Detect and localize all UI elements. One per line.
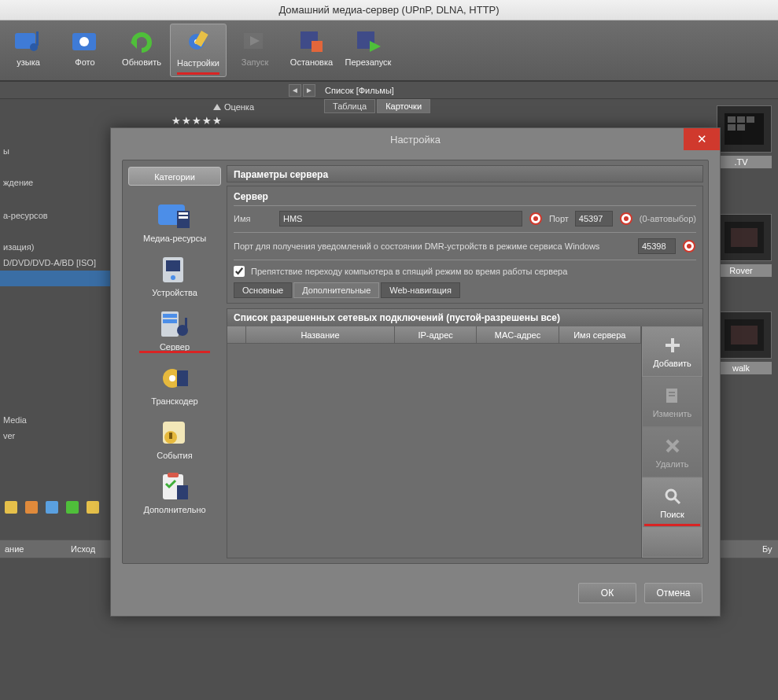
tree-row-selected[interactable] <box>0 271 110 286</box>
categories-column: Категории Медиа-ресурсы Устройства Серве… <box>123 160 227 563</box>
folder-icon[interactable] <box>87 501 99 514</box>
tab-additional[interactable]: Дополнительные <box>293 282 379 298</box>
nav-next[interactable]: ► <box>303 84 315 97</box>
start-button: Запуск <box>227 24 283 77</box>
category-devices[interactable]: Устройства <box>131 254 218 297</box>
category-events[interactable]: События <box>131 417 218 460</box>
help-icon[interactable] <box>682 239 696 253</box>
nav-prev[interactable]: ◄ <box>289 84 301 97</box>
photo-button[interactable]: Фото <box>57 24 113 77</box>
server-panel: Сервер Имя Порт (0-автовыбор) Порт для п… <box>227 186 703 304</box>
left-tree-partial: ы ждение а-ресурсов изация) D/DVD/DVD-A/… <box>0 99 110 700</box>
status-label: Бу <box>762 544 778 554</box>
search-label: Поиск <box>660 510 684 519</box>
help-icon[interactable] <box>619 212 633 226</box>
svg-rect-44 <box>168 473 179 477</box>
category-server[interactable]: Сервер <box>131 308 218 352</box>
category-extra[interactable]: Дополнительно <box>131 471 218 514</box>
svg-rect-18 <box>747 116 754 123</box>
close-button[interactable]: ✕ <box>684 128 720 150</box>
gear-icon <box>182 27 215 57</box>
tree-row[interactable]: ы <box>0 143 110 159</box>
stop-label: Остановка <box>290 57 333 67</box>
stop-button[interactable]: Остановка <box>283 24 340 77</box>
add-button[interactable]: Добавить <box>642 326 702 377</box>
restart-button[interactable]: Перезапуск <box>340 24 396 77</box>
svg-rect-20 <box>737 124 745 131</box>
col-handle[interactable] <box>227 326 246 344</box>
settings-button[interactable]: Настройки <box>170 24 227 77</box>
tab-cards[interactable]: Карточки <box>377 99 430 113</box>
help-icon[interactable] <box>529 212 543 226</box>
svg-rect-45 <box>177 485 188 499</box>
tree-row[interactable]: а-ресурсов <box>0 208 110 223</box>
dmr-port-input[interactable] <box>638 238 676 254</box>
secondary-strip: ◄ ► Список [Фильмы] <box>0 82 778 99</box>
svg-rect-42 <box>169 433 172 439</box>
svg-rect-22 <box>731 228 758 247</box>
server-section-head: Сервер <box>234 191 696 206</box>
tree-row[interactable]: изация) <box>0 239 110 255</box>
folder-icon[interactable] <box>66 501 79 514</box>
tree-row[interactable]: ver <box>0 428 110 444</box>
connections-table: Название IP-адрес MAC-адрес Имя сервера <box>227 326 641 558</box>
photo-icon <box>68 26 101 56</box>
categories-header: Категории <box>128 167 221 186</box>
dmr-note: Порт для получения уведомлений о состоян… <box>234 241 632 251</box>
list-label: Список [Фильмы] <box>325 86 394 95</box>
clipboard-icon <box>155 471 194 503</box>
music-button[interactable]: узыка <box>0 24 57 77</box>
folder-icon[interactable] <box>46 501 58 514</box>
server-subtabs: Основные Дополнительные Web-навигация <box>234 282 696 298</box>
prevent-sleep-label: Препятствие переходу компьютера в спящий… <box>251 267 567 276</box>
window-title: Домашний медиа-сервер (UPnP, DLNA, HTTP) <box>0 0 778 20</box>
category-media[interactable]: Медиа-ресурсы <box>131 200 218 243</box>
tab-table[interactable]: Таблица <box>324 99 375 113</box>
svg-rect-34 <box>163 319 177 323</box>
bg-icon-row <box>0 497 110 518</box>
rating-stars: ★★★★★ <box>171 115 223 127</box>
delete-label: Удалить <box>656 459 689 469</box>
thumbnail[interactable] <box>717 311 772 359</box>
plus-icon <box>662 335 683 356</box>
refresh-icon <box>125 26 158 56</box>
close-icon: ✕ <box>697 127 707 151</box>
ok-button[interactable]: ОК <box>578 583 636 603</box>
connections-title: Список разрешенных сетевых подключений (… <box>227 309 702 326</box>
category-label: Транскодер <box>151 396 197 406</box>
settings-right-pane: Параметры сервера Сервер Имя Порт (0-авт… <box>227 160 708 563</box>
tree-row[interactable]: Media <box>0 412 110 428</box>
col-name[interactable]: Название <box>246 326 395 344</box>
col-ip[interactable]: IP-адрес <box>395 326 477 344</box>
col-mac[interactable]: MAC-адрес <box>477 326 559 344</box>
edit-label: Изменить <box>653 409 692 418</box>
refresh-button[interactable]: Обновить <box>113 24 170 77</box>
svg-point-51 <box>687 244 691 249</box>
folder-icon[interactable] <box>5 501 17 514</box>
main-toolbar: узыка Фото Обновить Настройки Запуск Ост… <box>0 20 778 82</box>
folder-icon[interactable] <box>25 501 38 514</box>
svg-point-47 <box>533 216 538 221</box>
svg-point-38 <box>169 375 175 381</box>
port-input[interactable] <box>575 211 613 227</box>
search-icon <box>662 486 683 507</box>
tree-row[interactable]: D/DVD/DVD-A/BD [ISO] <box>0 255 110 271</box>
tree-row[interactable]: ждение <box>0 175 110 190</box>
edit-button: Изменить <box>642 377 702 427</box>
tab-webnav[interactable]: Web-навигация <box>381 282 460 298</box>
prevent-sleep-checkbox[interactable] <box>234 266 245 277</box>
search-button[interactable]: Поиск <box>642 477 702 528</box>
col-server[interactable]: Имя сервера <box>559 326 641 344</box>
dialog-title-text: Настройка <box>390 134 441 146</box>
music-label: узыка <box>17 57 40 67</box>
tab-basic[interactable]: Основные <box>234 282 292 298</box>
media-icon <box>155 200 194 231</box>
thumbnail[interactable] <box>717 105 772 153</box>
cancel-button[interactable]: Отмена <box>644 583 702 603</box>
svg-rect-17 <box>737 116 745 123</box>
category-transcoder[interactable]: Транскодер <box>131 363 218 406</box>
restart-icon <box>352 26 385 56</box>
thumbnail[interactable] <box>717 214 772 261</box>
server-name-input[interactable] <box>279 211 522 227</box>
svg-rect-33 <box>163 314 177 318</box>
